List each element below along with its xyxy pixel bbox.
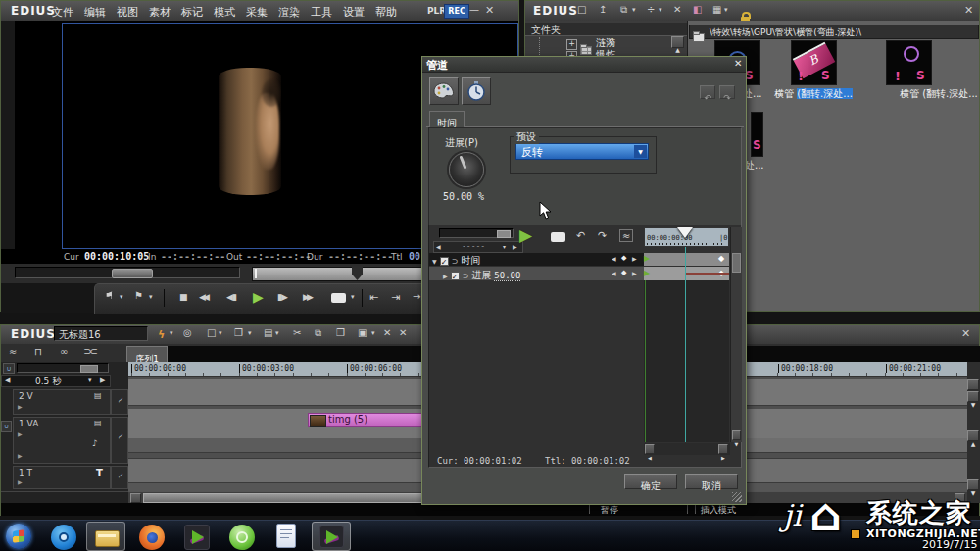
out-flag-dropdown-icon[interactable]: ▾ [149,294,153,301]
minimize-button[interactable]: — [469,5,479,15]
kf-hscroll[interactable]: ◀ ▶ [644,443,730,455]
track-2v-expand-icon[interactable]: ▶ [18,404,23,410]
taskbar-file-manager[interactable] [86,522,125,551]
open-project-icon[interactable]: ❐ [234,328,243,338]
kf-hscroll-left[interactable]: ◀ [645,444,655,454]
kf-prog-prev-icon[interactable]: ◀ [612,271,616,276]
kf-prev-loop-icon[interactable]: ↶ [576,230,585,241]
comment-bubble-icon[interactable] [331,293,346,303]
vscroll-up-btn2[interactable]: ▲ [967,430,979,441]
cut-icon[interactable]: ✂ [293,328,301,338]
undo-button[interactable]: ↶ [700,85,715,99]
prev-frame-icon[interactable]: ◀▮ [226,293,236,302]
set-out-flag-icon[interactable]: ⚑ [134,291,143,301]
bin-item3-label[interactable]: 横管 (翻转.深处... [900,87,978,101]
kf-next-loop-icon[interactable]: ↷ [598,230,607,241]
ffwd-icon[interactable]: ▶▶ [303,293,311,302]
dialog-tab-time[interactable]: 时间 [429,111,465,127]
menu-render[interactable]: 渲染 [278,5,300,20]
shuttle-thumb[interactable] [112,269,153,278]
start-button[interactable] [6,524,31,549]
in-flag-dropdown-icon[interactable]: ▾ [120,294,123,301]
open-dropdown-icon[interactable]: ▾ [248,330,252,337]
mode-connect-icon[interactable]: ⊓ [34,347,42,357]
timescale-right-icon[interactable]: ▶ [100,377,105,384]
menu-view[interactable]: 视图 [117,5,138,20]
goto-out-icon[interactable]: ⇥ [391,292,400,303]
ok-button[interactable]: 确定 [624,474,677,489]
taskbar-firefox[interactable] [139,525,165,550]
vscroll-down-btn[interactable]: ▼ [967,391,979,402]
kf-vscroll[interactable]: ▼ [730,227,742,442]
bin-item-thumb2[interactable]: B ! S [791,40,837,85]
track-1va-fx[interactable]: ~ [111,417,128,464]
menu-settings[interactable]: 设置 [343,5,365,20]
rewind-icon[interactable]: ◀◀ [199,293,207,302]
new-folder-icon[interactable]: □ [577,5,586,15]
kf-row-time-checkbox[interactable]: ✓ [440,257,449,266]
taskbar-notepad[interactable] [276,524,296,548]
kf-comment-icon[interactable] [551,232,565,242]
grid-view-icon[interactable]: ▦ [712,5,721,15]
bubble-dropdown-icon[interactable]: ▾ [351,294,355,301]
dialog-close-icon[interactable]: ✕ [734,58,742,69]
tree-expand-icon[interactable]: + [566,39,577,50]
duplicate-icon[interactable]: ⧉ [620,5,627,15]
kf-time-next-icon[interactable]: ▶ [632,256,637,262]
menu-marker[interactable]: 标记 [181,5,203,20]
kf-zoom-slider[interactable] [439,228,514,238]
preset-dropdown-arrow-icon[interactable]: ▼ [634,145,647,158]
track-va-sync-mark[interactable]: ∪ [1,421,12,432]
delete-icon[interactable]: ✕ [673,5,681,15]
bin-item2-label[interactable]: 横管 (翻转.深处... [774,87,853,101]
ripple-delete-icon[interactable]: ✕ [383,328,391,338]
cancel-button[interactable]: 取消 [685,474,738,489]
mode-loop-icon[interactable]: ∞ [60,347,68,357]
kf-prog-next-icon[interactable]: ▶ [632,271,637,276]
timeline-vscroll[interactable]: ▲ ▼ ▲ ▼ [967,362,980,503]
kf-scale-left-icon[interactable]: ◀ [436,244,441,250]
track-height-thumb[interactable] [80,365,98,373]
hscroll-left-btn[interactable]: ◀ [130,493,141,503]
close-icon[interactable]: ✕ [485,5,494,16]
bin-close-icon[interactable]: ✕ [964,5,973,16]
resize-grip[interactable] [732,492,742,502]
redo-button[interactable]: ↷ [719,85,735,99]
time-page-button[interactable] [462,77,491,105]
vscroll-down-btn2[interactable]: ▼ [967,479,979,490]
track-1t-header[interactable]: 1 T T ▶ [13,466,111,489]
progress-knob[interactable] [449,152,484,187]
menu-capture[interactable]: 采集 [246,5,268,20]
path-bar[interactable]: \特效\转场\GPU\管状\横管(弯曲.深处)\ [689,25,979,39]
view-dropdown-icon[interactable]: ▾ [724,7,728,14]
track-height-slider[interactable] [17,363,109,373]
vscroll-up-btn[interactable]: ▲ [967,379,979,390]
paste-icon[interactable]: ❐ [336,328,345,338]
kf-time-prev-icon[interactable]: ◀ [612,256,616,262]
kf-hscroll-right[interactable]: ▶ [718,444,728,454]
hscroll-right-btn[interactable]: ▶ [955,493,965,503]
taskbar-edius[interactable] [184,525,210,550]
kf-vscroll-down[interactable]: ▼ [732,430,741,440]
kf-row-time[interactable]: ▼ ✓ ⊃ 时间 ◀ ◆ ▶ [429,253,644,266]
color-swatch-icon[interactable]: ◧ [693,5,702,15]
kf-row-progress-expand-icon[interactable]: ▶ [443,273,448,279]
menu-clip[interactable]: 素材 [149,5,171,20]
shuttle-slider[interactable] [15,267,240,278]
effects-icon[interactable]: ϟ [158,328,165,341]
track-1t-fx[interactable]: ~ [111,466,128,489]
mode-trim-icon[interactable]: ≈ [9,347,17,357]
dialog-titlebar[interactable]: 管道 ✕ [422,57,746,73]
move-up-icon[interactable]: ↥ [599,5,607,15]
kf-curve-icon[interactable]: ≈ [619,229,633,242]
new-sequence-icon[interactable]: □ [207,328,216,338]
kf-scale-right-icon[interactable]: ▶ [513,244,517,250]
kf-row-progress-checkbox[interactable]: ✓ [451,272,460,280]
tree-scroll-up[interactable]: ▲ [671,36,684,48]
goto-in-icon[interactable]: ⇤ [369,292,378,303]
bin-item-thumb3[interactable]: ! S [886,40,932,85]
kf-row-progress[interactable]: ▶ ✓ ⊃ 进展 50.00 ◀ ◆ ▶ [429,267,644,280]
menu-mode[interactable]: 模式 [214,5,235,20]
taskbar-media-player[interactable] [51,525,76,550]
timescale-box[interactable]: ◀ 0.5 秒 ▾ ▶ [1,375,111,387]
